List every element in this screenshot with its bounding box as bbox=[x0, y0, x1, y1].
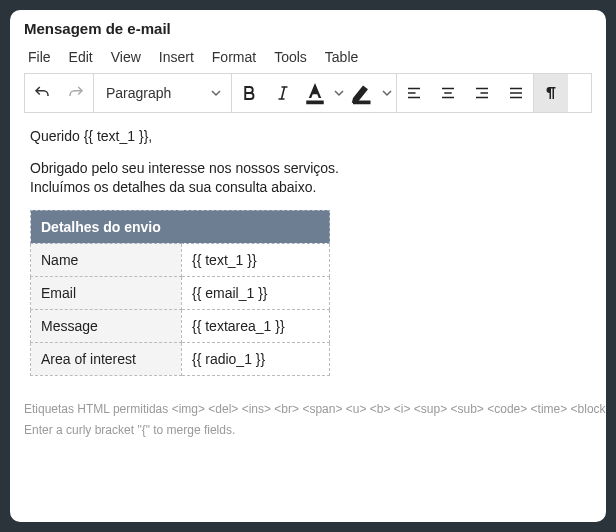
italic-button[interactable] bbox=[266, 74, 300, 112]
menu-file[interactable]: File bbox=[28, 49, 51, 65]
redo-icon bbox=[67, 84, 85, 102]
panel-title: Mensagem de e-mail bbox=[10, 10, 606, 47]
table-row: Area of interest {{ radio_1 }} bbox=[31, 342, 330, 375]
bold-button[interactable] bbox=[232, 74, 266, 112]
align-right-button[interactable] bbox=[465, 74, 499, 112]
align-center-icon bbox=[439, 84, 457, 102]
redo-button[interactable] bbox=[59, 74, 93, 112]
row-value: {{ email_1 }} bbox=[181, 276, 329, 309]
greeting-line: Querido {{ text_1 }}, bbox=[30, 127, 586, 147]
text-color-icon bbox=[300, 78, 330, 108]
align-right-icon bbox=[473, 84, 491, 102]
highlight-color-button[interactable] bbox=[348, 74, 378, 112]
allowed-tags-label: Etiquetas HTML permitidas bbox=[24, 402, 168, 416]
table-header: Detalhes do envio bbox=[31, 210, 330, 243]
table-row: Message {{ textarea_1 }} bbox=[31, 309, 330, 342]
chevron-down-icon bbox=[211, 88, 221, 98]
row-value: {{ radio_1 }} bbox=[181, 342, 329, 375]
block-format-label: Paragraph bbox=[106, 85, 171, 101]
merge-hint: Enter a curly bracket "{" to merge field… bbox=[24, 421, 592, 440]
table-row: Email {{ email_1 }} bbox=[31, 276, 330, 309]
align-justify-icon bbox=[507, 84, 525, 102]
row-label: Email bbox=[31, 276, 182, 309]
menu-table[interactable]: Table bbox=[325, 49, 358, 65]
menu-tools[interactable]: Tools bbox=[274, 49, 307, 65]
allowed-tags-list: <img> <del> <ins> <br> <span> <u> <b> <i… bbox=[172, 402, 606, 416]
row-label: Name bbox=[31, 243, 182, 276]
body-line-2: Incluímos os detalhes da sua consulta ab… bbox=[30, 179, 316, 195]
text-color-menu[interactable] bbox=[330, 74, 348, 112]
submission-table: Detalhes do envio Name {{ text_1 }} Emai… bbox=[30, 210, 330, 376]
svg-rect-4 bbox=[353, 101, 371, 105]
undo-button[interactable] bbox=[25, 74, 59, 112]
menu-insert[interactable]: Insert bbox=[159, 49, 194, 65]
editor-content[interactable]: Querido {{ text_1 }}, Obrigado pelo seu … bbox=[10, 113, 606, 390]
chevron-down-icon bbox=[334, 88, 344, 98]
body-line-1: Obrigado pelo seu interesse nos nossos s… bbox=[30, 160, 339, 176]
pilcrow-icon bbox=[542, 84, 560, 102]
menu-edit[interactable]: Edit bbox=[69, 49, 93, 65]
menu-view[interactable]: View bbox=[111, 49, 141, 65]
chevron-down-icon bbox=[382, 88, 392, 98]
footer-hints: Etiquetas HTML permitidas <img> <del> <i… bbox=[10, 390, 606, 440]
align-justify-button[interactable] bbox=[499, 74, 533, 112]
highlight-color-menu[interactable] bbox=[378, 74, 396, 112]
email-editor-window: Mensagem de e-mail File Edit View Insert… bbox=[10, 10, 606, 522]
svg-line-0 bbox=[282, 87, 285, 99]
body-text: Obrigado pelo seu interesse nos nossos s… bbox=[30, 159, 586, 198]
bold-icon bbox=[240, 84, 258, 102]
align-center-button[interactable] bbox=[431, 74, 465, 112]
row-value: {{ textarea_1 }} bbox=[181, 309, 329, 342]
align-left-button[interactable] bbox=[397, 74, 431, 112]
svg-rect-3 bbox=[307, 101, 325, 105]
menu-bar: File Edit View Insert Format Tools Table bbox=[10, 47, 606, 73]
paragraph-mark-button[interactable] bbox=[534, 74, 568, 112]
align-left-icon bbox=[405, 84, 423, 102]
menu-format[interactable]: Format bbox=[212, 49, 256, 65]
toolbar: Paragraph bbox=[24, 73, 592, 113]
table-row: Name {{ text_1 }} bbox=[31, 243, 330, 276]
row-label: Area of interest bbox=[31, 342, 182, 375]
row-label: Message bbox=[31, 309, 182, 342]
highlight-icon bbox=[348, 78, 378, 108]
italic-icon bbox=[274, 84, 292, 102]
text-color-button[interactable] bbox=[300, 74, 330, 112]
row-value: {{ text_1 }} bbox=[181, 243, 329, 276]
block-format-select[interactable]: Paragraph bbox=[94, 74, 231, 112]
undo-icon bbox=[33, 84, 51, 102]
